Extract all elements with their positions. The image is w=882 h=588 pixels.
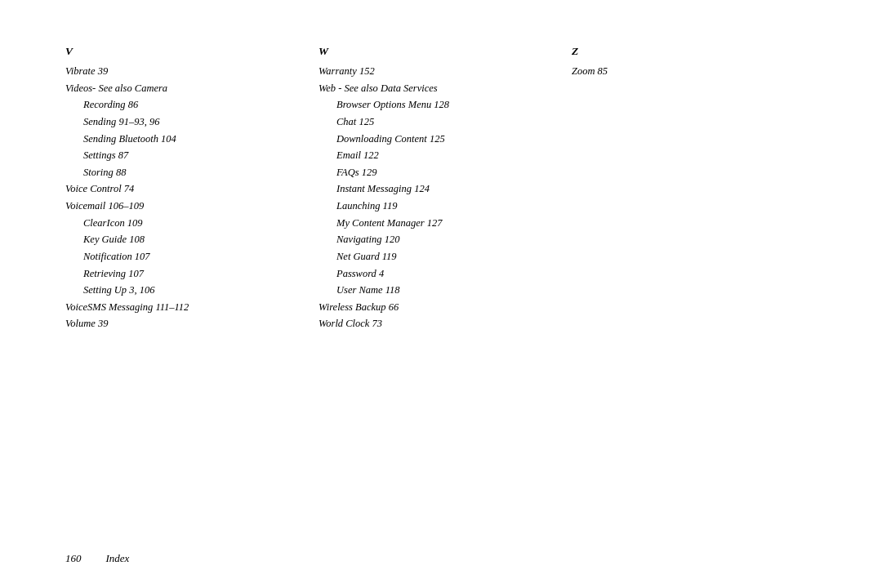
index-entry: FAQs 129 bbox=[318, 164, 555, 181]
index-entry: Voice Control 74 bbox=[65, 180, 302, 198]
index-entry: Instant Messaging 124 bbox=[318, 180, 555, 198]
section-letter-w: W bbox=[318, 45, 555, 58]
footer-page-number: 160 bbox=[65, 552, 82, 565]
index-entry: Recording 86 bbox=[65, 96, 302, 114]
page-content: VVibrate 39Videos- See also CameraRecord… bbox=[0, 0, 882, 588]
page-footer: 160 Index bbox=[65, 552, 129, 565]
index-entry: Downloading Content 125 bbox=[318, 131, 555, 148]
index-entry: Password 4 bbox=[318, 265, 555, 283]
index-entry: World Clock 73 bbox=[318, 315, 555, 332]
index-entry: Volume 39 bbox=[65, 315, 302, 332]
column-v: VVibrate 39Videos- See also CameraRecord… bbox=[65, 45, 318, 555]
column-z: ZZoom 85 bbox=[572, 45, 825, 555]
index-entry: Setting Up 3, 106 bbox=[65, 282, 302, 299]
index-entry: Retrieving 107 bbox=[65, 265, 302, 283]
index-entry: Videos- See also Camera bbox=[65, 80, 302, 97]
index-entry: Sending 91–93, 96 bbox=[65, 114, 302, 131]
index-entry: Notification 107 bbox=[65, 248, 302, 265]
index-entry: Storing 88 bbox=[65, 164, 302, 181]
index-entry: Voicemail 106–109 bbox=[65, 198, 302, 215]
index-entry: Chat 125 bbox=[318, 114, 555, 131]
column-w: WWarranty 152Web - See also Data Service… bbox=[318, 45, 572, 555]
index-entry: Vibrate 39 bbox=[65, 63, 302, 80]
index-entry: Wireless Backup 66 bbox=[318, 299, 555, 316]
index-entry: Web - See also Data Services bbox=[318, 80, 555, 97]
index-entry: ClearIcon 109 bbox=[65, 215, 302, 232]
index-entry: Email 122 bbox=[318, 147, 555, 164]
index-entry: Settings 87 bbox=[65, 147, 302, 164]
index-entry: Launching 119 bbox=[318, 198, 555, 215]
section-letter-z: Z bbox=[572, 45, 808, 58]
index-entry: Zoom 85 bbox=[572, 63, 808, 80]
footer-label: Index bbox=[106, 552, 130, 565]
index-entry: Browser Options Menu 128 bbox=[318, 96, 555, 114]
index-body: VVibrate 39Videos- See also CameraRecord… bbox=[65, 45, 825, 555]
index-entry: Key Guide 108 bbox=[65, 231, 302, 248]
index-entry: Navigating 120 bbox=[318, 231, 555, 248]
index-entry: User Name 118 bbox=[318, 282, 555, 299]
index-entry: Sending Bluetooth 104 bbox=[65, 131, 302, 148]
index-entry: Warranty 152 bbox=[318, 63, 555, 80]
index-entry: My Content Manager 127 bbox=[318, 215, 555, 232]
index-entry: Net Guard 119 bbox=[318, 248, 555, 265]
section-letter-v: V bbox=[65, 45, 302, 58]
index-entry: VoiceSMS Messaging 111–112 bbox=[65, 299, 302, 316]
